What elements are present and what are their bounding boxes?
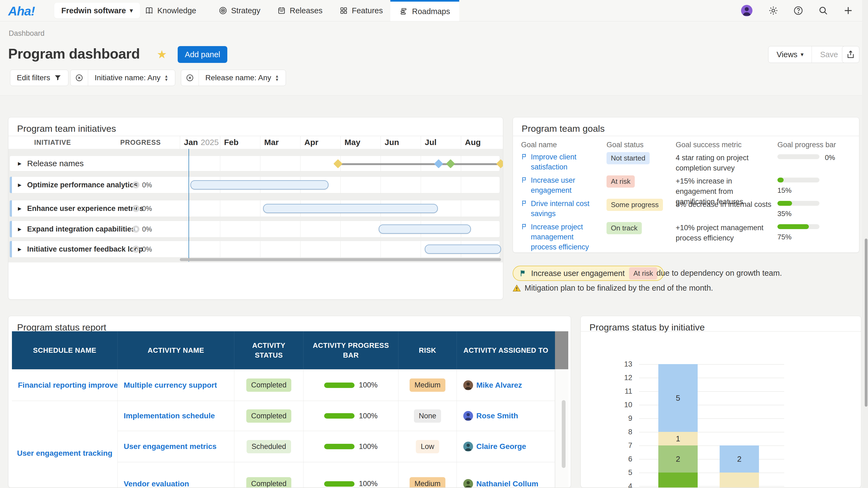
activity-link[interactable]: Multiple currency support bbox=[118, 381, 217, 390]
y-axis-tick: 6 bbox=[616, 455, 632, 463]
table-header-activity-name[interactable]: ACTIVITY NAME bbox=[118, 331, 235, 369]
assignee-link[interactable]: Mike Alvarez bbox=[476, 381, 522, 390]
gantt-horizontal-scrollbar[interactable] bbox=[180, 258, 501, 261]
page-scrollbar-thumb[interactable] bbox=[865, 238, 867, 407]
gantt-row-expand-integration-capabilities[interactable]: ▶ Expand integration capabilities 0% bbox=[9, 221, 500, 237]
expand-arrow-icon[interactable]: ▶ bbox=[18, 226, 22, 232]
assignee-link[interactable]: Claire George bbox=[476, 442, 526, 451]
goal-mention-pill[interactable]: Increase user engagement At risk bbox=[513, 266, 664, 281]
activity-link[interactable]: Vendor evaluation bbox=[118, 480, 189, 488]
table-header-activity-progress-bar[interactable]: ACTIVITY PROGRESS BAR bbox=[304, 331, 399, 369]
add-panel-button[interactable]: Add panel bbox=[178, 46, 227, 63]
nav-item-strategy[interactable]: Strategy bbox=[219, 0, 260, 21]
settings-gear-icon[interactable] bbox=[768, 5, 778, 16]
goal-name-link[interactable]: Increase project management process effi… bbox=[531, 222, 599, 252]
assignee-avatar bbox=[463, 442, 473, 451]
risk-badge: Medium bbox=[410, 477, 445, 488]
month-mar: Mar bbox=[260, 136, 301, 149]
expand-arrow-icon[interactable]: ▶ bbox=[18, 206, 22, 212]
gantt-bar[interactable] bbox=[263, 204, 438, 213]
table-header-risk[interactable]: RISK bbox=[399, 331, 457, 369]
divider bbox=[513, 136, 859, 136]
share-button[interactable] bbox=[842, 46, 859, 63]
gantt-bar[interactable] bbox=[425, 245, 501, 254]
gantt-row-initiative-customer-feedback-loop[interactable]: ▶ Initiative customer feedback loop 0% bbox=[9, 241, 500, 258]
table-header-activity-status[interactable]: ACTIVITY STATUS bbox=[235, 331, 304, 369]
assignee-link[interactable]: Rose Smith bbox=[476, 412, 518, 420]
y-axis-tick: 8 bbox=[616, 428, 632, 436]
initiative-name[interactable]: Initiative customer feedback loop bbox=[27, 245, 143, 254]
expand-arrow-icon[interactable]: ▶ bbox=[18, 247, 22, 252]
select-arrows-icon: ▲▼ bbox=[164, 74, 168, 82]
search-icon[interactable] bbox=[818, 5, 828, 16]
panel-title: Program team initiatives bbox=[17, 123, 116, 134]
filter-chip-value[interactable]: Release name: Any ▲▼ bbox=[199, 73, 286, 82]
stacked-bar-segment[interactable] bbox=[720, 473, 759, 488]
activity-link[interactable]: User engagement metrics bbox=[118, 442, 216, 451]
column-header-goal-name: Goal name bbox=[521, 141, 557, 149]
stacked-bar-segment[interactable] bbox=[658, 473, 698, 488]
nav-item-knowledge[interactable]: Knowledge bbox=[145, 0, 196, 21]
breadcrumb[interactable]: Dashboard bbox=[9, 29, 44, 38]
table-row-cell: Completed bbox=[235, 462, 304, 488]
table-row-cell: Implementation schedule bbox=[118, 401, 235, 431]
help-icon[interactable] bbox=[793, 5, 803, 16]
goal-progress-label: 0% bbox=[825, 154, 835, 162]
gantt-row-optimize-performance-analytics[interactable]: ▶ Optimize performance analytics 0% bbox=[9, 176, 500, 193]
initiative-name[interactable]: Enhance user experience metrics bbox=[27, 204, 144, 213]
save-button[interactable]: Save bbox=[812, 46, 846, 63]
goal-name-link[interactable]: Improve client satisfaction bbox=[531, 152, 599, 172]
gantt-group-row-release-names[interactable]: ▶ Release names bbox=[9, 156, 500, 171]
select-arrows-icon: ▲▼ bbox=[275, 74, 279, 82]
stacked-bar-segment[interactable]: 2 bbox=[658, 446, 698, 473]
workspace-switcher[interactable]: Fredwin software ▾ bbox=[54, 3, 140, 19]
grid-icon bbox=[339, 6, 348, 15]
views-button[interactable]: Views ▾ bbox=[769, 46, 812, 63]
expand-arrow-icon[interactable]: ▶ bbox=[18, 161, 22, 166]
group-row-label: Release names bbox=[27, 159, 84, 168]
nav-item-features[interactable]: Features bbox=[339, 0, 383, 21]
activity-link[interactable]: Implementation schedule bbox=[118, 412, 215, 420]
initiative-name[interactable]: Optimize performance analytics bbox=[27, 181, 138, 189]
nav-tab-roadmaps-active[interactable]: Roadmaps bbox=[390, 0, 459, 21]
edit-filters-button[interactable]: Edit filters bbox=[10, 70, 68, 86]
table-row-cell: Financial reporting improve bbox=[12, 369, 118, 401]
initiative-name[interactable]: Expand integration capabilities bbox=[27, 225, 135, 233]
progress-donut bbox=[132, 246, 140, 253]
header-divider bbox=[0, 95, 868, 96]
favorite-star-icon[interactable]: ★ bbox=[157, 48, 167, 61]
table-header-schedule-name[interactable]: SCHEDULE NAME bbox=[12, 331, 118, 369]
expand-arrow-icon[interactable]: ▶ bbox=[18, 182, 22, 188]
add-plus-icon[interactable] bbox=[843, 5, 854, 16]
goal-progress-label: 15% bbox=[777, 186, 792, 195]
views-save-group: Views ▾ Save bbox=[768, 46, 846, 63]
schedule-link[interactable]: Financial reporting improve bbox=[12, 381, 118, 390]
table-header-activity-assigned-to[interactable]: ACTIVITY ASSIGNED TO bbox=[457, 331, 555, 369]
y-axis-tick: 4 bbox=[616, 482, 632, 488]
gantt-bar[interactable] bbox=[379, 225, 471, 234]
schedule-link[interactable]: User engagement tracking bbox=[17, 449, 113, 458]
strategy-target-icon bbox=[219, 6, 227, 15]
initiative-color-strip bbox=[10, 177, 12, 193]
goal-progress-bar bbox=[777, 224, 819, 229]
gantt-row-enhance-user-experience-metrics[interactable]: ▶ Enhance user experience metrics 0% bbox=[9, 200, 500, 217]
stacked-bar-segment[interactable]: 2 bbox=[720, 446, 759, 473]
stacked-bar-segment[interactable]: 1 bbox=[658, 432, 698, 446]
status-report-table: SCHEDULE NAME ACTIVITY NAME ACTIVITY STA… bbox=[12, 331, 555, 488]
chevron-down-icon: ▾ bbox=[130, 7, 133, 14]
goal-progress-label: 35% bbox=[777, 209, 792, 218]
stacked-bar-segment[interactable]: 5 bbox=[658, 364, 698, 432]
table-scrollbar-thumb[interactable] bbox=[562, 400, 565, 468]
aha-logo[interactable]: Aha! bbox=[8, 4, 35, 19]
assignee-link[interactable]: Nathaniel Collum bbox=[476, 480, 538, 488]
filter-chip-value[interactable]: Initiative name: Any ▲▼ bbox=[88, 73, 175, 82]
gantt-bar[interactable] bbox=[190, 180, 329, 190]
goal-name-link[interactable]: Increase user engagement bbox=[531, 175, 599, 195]
remove-filter-icon[interactable] bbox=[181, 70, 199, 86]
column-header-progress: PROGRESS bbox=[117, 136, 161, 149]
nav-item-releases[interactable]: Releases bbox=[277, 0, 322, 21]
goal-name-link[interactable]: Drive internal cost savings bbox=[531, 199, 599, 219]
user-avatar[interactable] bbox=[741, 5, 752, 16]
column-header-goal-status: Goal status bbox=[607, 141, 644, 149]
remove-filter-icon[interactable] bbox=[70, 70, 88, 86]
